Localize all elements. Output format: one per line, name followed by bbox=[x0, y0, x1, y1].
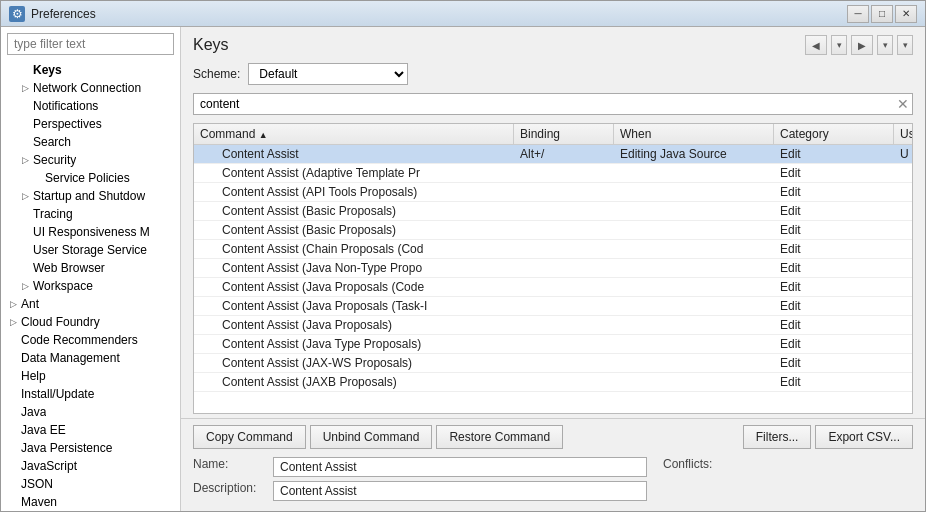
table-header: Command ▲ Binding When Category User bbox=[194, 124, 912, 145]
table-cell-user bbox=[894, 240, 912, 258]
title-bar: ⚙ Preferences ─ □ ✕ bbox=[1, 1, 925, 27]
leaf-icon bbox=[7, 496, 19, 508]
panel-title: Keys bbox=[193, 36, 229, 54]
table-cell-user bbox=[894, 354, 912, 372]
sidebar-item-install-update[interactable]: Install/Update bbox=[1, 385, 180, 403]
table-body: Content AssistAlt+/Editing Java SourceEd… bbox=[194, 145, 912, 413]
sidebar-item-javascript[interactable]: JavaScript bbox=[1, 457, 180, 475]
col-category[interactable]: Category bbox=[774, 124, 894, 144]
sidebar-item-label: Java Persistence bbox=[21, 441, 112, 455]
sidebar-item-json[interactable]: JSON bbox=[1, 475, 180, 493]
search-input[interactable] bbox=[193, 93, 913, 115]
table-cell-command: Content Assist (Basic Proposals) bbox=[194, 202, 514, 220]
unbind-command-button[interactable]: Unbind Command bbox=[310, 425, 433, 449]
leaf-icon bbox=[7, 370, 19, 382]
sidebar-item-network[interactable]: ▷Network Connection bbox=[1, 79, 180, 97]
table-row[interactable]: Content Assist (API Tools Proposals)Edit bbox=[194, 183, 912, 202]
table-row[interactable]: Content AssistAlt+/Editing Java SourceEd… bbox=[194, 145, 912, 164]
sidebar-item-startup[interactable]: ▷Startup and Shutdow bbox=[1, 187, 180, 205]
table-cell-category: Edit bbox=[774, 240, 894, 258]
col-when[interactable]: When bbox=[614, 124, 774, 144]
sidebar-item-label: Tracing bbox=[33, 207, 73, 221]
table-row[interactable]: Content Assist (Chain Proposals (CodEdit bbox=[194, 240, 912, 259]
sidebar-item-user-storage[interactable]: User Storage Service bbox=[1, 241, 180, 259]
table-row[interactable]: Content Assist (Adaptive Template PrEdit bbox=[194, 164, 912, 183]
table-row[interactable]: Content Assist (Java Proposals (CodeEdit bbox=[194, 278, 912, 297]
export-csv-button[interactable]: Export CSV... bbox=[815, 425, 913, 449]
leaf-icon bbox=[7, 460, 19, 472]
table-cell-user bbox=[894, 335, 912, 353]
sidebar-item-workspace[interactable]: ▷Workspace bbox=[1, 277, 180, 295]
sidebar-item-tracing[interactable]: Tracing bbox=[1, 205, 180, 223]
table-cell-user bbox=[894, 164, 912, 182]
minimize-button[interactable]: ─ bbox=[847, 5, 869, 23]
col-user[interactable]: User bbox=[894, 124, 913, 144]
sidebar-item-label: Perspectives bbox=[33, 117, 102, 131]
col-binding[interactable]: Binding bbox=[514, 124, 614, 144]
sidebar-item-web-browser[interactable]: Web Browser bbox=[1, 259, 180, 277]
table-cell-user bbox=[894, 278, 912, 296]
view-menu-button[interactable]: ▾ bbox=[897, 35, 913, 55]
sidebar-item-service-policies[interactable]: Service Policies bbox=[1, 169, 180, 187]
sidebar-item-perspectives[interactable]: Perspectives bbox=[1, 115, 180, 133]
scheme-select[interactable]: Default bbox=[248, 63, 408, 85]
sidebar-item-maven[interactable]: Maven bbox=[1, 493, 180, 511]
table-row[interactable]: Content Assist (Basic Proposals)Edit bbox=[194, 202, 912, 221]
sidebar-item-search[interactable]: Search bbox=[1, 133, 180, 151]
sidebar-item-label: Help bbox=[21, 369, 46, 383]
filter-input[interactable] bbox=[7, 33, 174, 55]
leaf-icon bbox=[31, 172, 43, 184]
table-cell-user bbox=[894, 259, 912, 277]
table-cell-command: Content Assist (Java Type Proposals) bbox=[194, 335, 514, 353]
col-command[interactable]: Command ▲ bbox=[194, 124, 514, 144]
forward-dropdown[interactable]: ▾ bbox=[877, 35, 893, 55]
sidebar-item-ui-responsiveness[interactable]: UI Responsiveness M bbox=[1, 223, 180, 241]
table-cell-binding bbox=[514, 278, 614, 296]
table-row[interactable]: Content Assist (Java Type Proposals)Edit bbox=[194, 335, 912, 354]
sidebar-item-help[interactable]: Help bbox=[1, 367, 180, 385]
table-cell-command: Content Assist (Adaptive Template Pr bbox=[194, 164, 514, 182]
back-button[interactable]: ◀ bbox=[805, 35, 827, 55]
table-cell-binding bbox=[514, 297, 614, 315]
name-label: Name: bbox=[193, 457, 273, 471]
sidebar-item-java[interactable]: Java bbox=[1, 403, 180, 421]
detail-left: Name: Content Assist Description: Conten… bbox=[193, 457, 647, 505]
sidebar-item-label: JSON bbox=[21, 477, 53, 491]
maximize-button[interactable]: □ bbox=[871, 5, 893, 23]
table-row[interactable]: Content Assist (Java Non-Type PropoEdit bbox=[194, 259, 912, 278]
table-row[interactable]: Content Assist (JAXB Proposals)Edit bbox=[194, 373, 912, 392]
sidebar-item-security[interactable]: ▷Security bbox=[1, 151, 180, 169]
sidebar-item-ant[interactable]: ▷Ant bbox=[1, 295, 180, 313]
sidebar-item-code-recommenders[interactable]: Code Recommenders bbox=[1, 331, 180, 349]
table-cell-user: U bbox=[894, 145, 912, 163]
table-cell-binding bbox=[514, 316, 614, 334]
expand-icon: ▷ bbox=[19, 190, 31, 202]
filters-button[interactable]: Filters... bbox=[743, 425, 812, 449]
close-button[interactable]: ✕ bbox=[895, 5, 917, 23]
scheme-row: Scheme: Default bbox=[181, 59, 925, 89]
sidebar-item-label: User Storage Service bbox=[33, 243, 147, 257]
sidebar-item-label: Install/Update bbox=[21, 387, 94, 401]
sidebar-item-label: Service Policies bbox=[45, 171, 130, 185]
sidebar-item-data-management[interactable]: Data Management bbox=[1, 349, 180, 367]
sidebar-item-keys[interactable]: Keys bbox=[1, 61, 180, 79]
table-row[interactable]: Content Assist (Java Proposals (Task-IEd… bbox=[194, 297, 912, 316]
sidebar-item-label: Startup and Shutdow bbox=[33, 189, 145, 203]
table-cell-binding bbox=[514, 164, 614, 182]
table-cell-binding bbox=[514, 202, 614, 220]
table-cell-when bbox=[614, 354, 774, 372]
search-clear-button[interactable]: ✕ bbox=[897, 96, 909, 112]
forward-button[interactable]: ▶ bbox=[851, 35, 873, 55]
table-row[interactable]: Content Assist (JAX-WS Proposals)Edit bbox=[194, 354, 912, 373]
copy-command-button[interactable]: Copy Command bbox=[193, 425, 306, 449]
sidebar-item-cloud-foundry[interactable]: ▷Cloud Foundry bbox=[1, 313, 180, 331]
table-row[interactable]: Content Assist (Java Proposals)Edit bbox=[194, 316, 912, 335]
table-row[interactable]: Content Assist (Basic Proposals)Edit bbox=[194, 221, 912, 240]
sidebar-item-notifications[interactable]: Notifications bbox=[1, 97, 180, 115]
back-dropdown[interactable]: ▾ bbox=[831, 35, 847, 55]
table-cell-when bbox=[614, 259, 774, 277]
restore-command-button[interactable]: Restore Command bbox=[436, 425, 563, 449]
sidebar-item-java-ee[interactable]: Java EE bbox=[1, 421, 180, 439]
sidebar-item-java-persistence[interactable]: Java Persistence bbox=[1, 439, 180, 457]
table-cell-category: Edit bbox=[774, 164, 894, 182]
